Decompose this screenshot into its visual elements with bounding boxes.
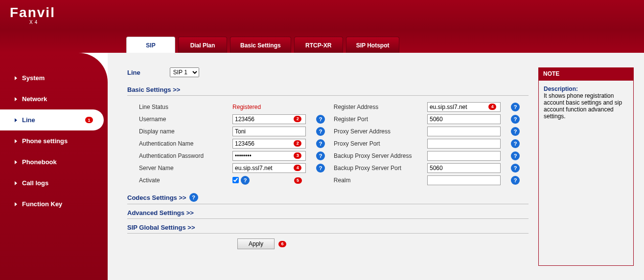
badge: 3 bbox=[294, 152, 301, 159]
sidebar-item-phone-settings[interactable]: Phone settings bbox=[0, 130, 108, 151]
sidebar-item-network[interactable]: Network bbox=[0, 88, 108, 109]
help-icon[interactable]: ? bbox=[511, 164, 520, 172]
tabs-bar: SIPDial PlanBasic SettingsRTCP-XRSIP Hot… bbox=[0, 29, 644, 53]
sidebar-item-phonebook[interactable]: Phonebook bbox=[0, 151, 108, 172]
badge: 2 bbox=[294, 140, 301, 147]
section-codecs-settings[interactable]: Codecs Settings >> ? bbox=[127, 193, 529, 204]
proxy-server-port-input[interactable] bbox=[427, 139, 501, 149]
chevron-right-icon bbox=[15, 118, 17, 122]
chevron-right-icon bbox=[15, 160, 17, 164]
proxy-server-address-input[interactable] bbox=[427, 127, 501, 136]
help-icon[interactable]: ? bbox=[511, 139, 520, 148]
sidebar-item-line[interactable]: Line1 bbox=[0, 109, 104, 130]
field-label: Realm bbox=[334, 177, 427, 184]
backup-proxy-server-address-input[interactable] bbox=[427, 151, 501, 161]
badge-apply: 6 bbox=[278, 241, 286, 247]
sidebar-item-label: Phonebook bbox=[22, 158, 57, 166]
field-label: Server Name bbox=[139, 165, 232, 172]
note-panel: NOTE Description: It shows phone registr… bbox=[538, 67, 634, 270]
brand-name: Fanvil bbox=[10, 5, 55, 21]
field-label: Backup Proxy Server Port bbox=[334, 165, 427, 172]
sidebar-item-label: Line bbox=[22, 116, 35, 124]
sidebar-item-label: System bbox=[22, 74, 45, 82]
line-status-value: Registered bbox=[232, 104, 261, 110]
chevron-right-icon bbox=[15, 181, 17, 185]
field-label: Register Port bbox=[334, 116, 427, 123]
tab-sip-hotspot[interactable]: SIP Hotspot bbox=[346, 37, 400, 53]
sidebar: SystemNetworkLine1Phone settingsPhoneboo… bbox=[0, 53, 108, 280]
field-label: Username bbox=[139, 116, 232, 123]
field-label: Activate bbox=[139, 177, 232, 184]
field-label: Backup Proxy Server Address bbox=[334, 152, 427, 159]
sidebar-item-label: Call logs bbox=[22, 179, 48, 187]
tab-sip[interactable]: SIP bbox=[126, 37, 175, 53]
register-port-input[interactable] bbox=[427, 114, 501, 124]
line-select[interactable]: SIP 1 bbox=[170, 67, 199, 77]
note-title: NOTE bbox=[538, 67, 634, 80]
badge: 2 bbox=[294, 116, 301, 122]
badge: 1 bbox=[85, 117, 93, 123]
note-body-text: It shows phone registration account basi… bbox=[544, 92, 622, 120]
section-sip-global-settings[interactable]: SIP Global Settings >> bbox=[127, 224, 529, 234]
field-label: Register Address bbox=[334, 104, 427, 110]
help-icon[interactable]: ? bbox=[511, 103, 520, 111]
chevron-right-icon bbox=[15, 76, 17, 80]
badge: 5 bbox=[294, 177, 302, 184]
badge: 4 bbox=[294, 165, 301, 171]
backup-proxy-server-port-input[interactable] bbox=[427, 163, 501, 173]
help-icon[interactable]: ? bbox=[189, 193, 198, 202]
help-icon[interactable]: ? bbox=[316, 115, 325, 124]
help-icon[interactable]: ? bbox=[241, 176, 250, 185]
help-icon[interactable]: ? bbox=[316, 151, 325, 160]
sidebar-item-label: Function Key bbox=[22, 200, 62, 208]
tab-basic-settings[interactable]: Basic Settings bbox=[230, 37, 291, 53]
field-label: Authentication Name bbox=[139, 140, 232, 147]
help-icon[interactable]: ? bbox=[316, 127, 325, 136]
tab-rtcp-xr[interactable]: RTCP-XR bbox=[294, 37, 343, 53]
section-advanced-settings[interactable]: Advanced Settings >> bbox=[127, 209, 529, 219]
field-label: Proxy Server Port bbox=[334, 140, 427, 147]
sidebar-item-label: Network bbox=[22, 95, 47, 103]
section-basic-settings[interactable]: Basic Settings >> bbox=[127, 86, 529, 96]
help-icon[interactable]: ? bbox=[511, 127, 520, 136]
chevron-right-icon bbox=[15, 97, 17, 101]
badge: 4 bbox=[488, 104, 496, 110]
help-icon[interactable]: ? bbox=[316, 164, 325, 172]
chevron-right-icon bbox=[15, 139, 17, 143]
note-heading: Description: bbox=[544, 86, 578, 92]
sidebar-item-function-key[interactable]: Function Key bbox=[0, 194, 108, 215]
sidebar-item-system[interactable]: System bbox=[0, 67, 108, 88]
sidebar-item-call-logs[interactable]: Call logs bbox=[0, 172, 108, 194]
activate-checkbox[interactable] bbox=[232, 177, 239, 183]
field-label: Proxy Server Address bbox=[334, 128, 427, 135]
field-label: Authentication Password bbox=[139, 152, 232, 159]
chevron-right-icon bbox=[15, 202, 17, 206]
field-label: Display name bbox=[139, 128, 232, 135]
help-icon[interactable]: ? bbox=[511, 115, 520, 124]
tab-dial-plan[interactable]: Dial Plan bbox=[178, 37, 227, 53]
help-icon[interactable]: ? bbox=[316, 139, 325, 148]
realm-input[interactable] bbox=[427, 175, 501, 185]
line-label: Line bbox=[127, 69, 140, 76]
field-label: Line Status bbox=[139, 104, 232, 110]
sidebar-item-label: Phone settings bbox=[22, 137, 68, 145]
help-icon[interactable]: ? bbox=[511, 176, 520, 185]
apply-button[interactable]: Apply bbox=[237, 238, 275, 249]
brand-model: X4 bbox=[10, 20, 55, 25]
display-name-input[interactable] bbox=[232, 127, 306, 136]
help-icon[interactable]: ? bbox=[511, 151, 520, 160]
brand-logo: Fanvil X4 bbox=[10, 5, 55, 25]
